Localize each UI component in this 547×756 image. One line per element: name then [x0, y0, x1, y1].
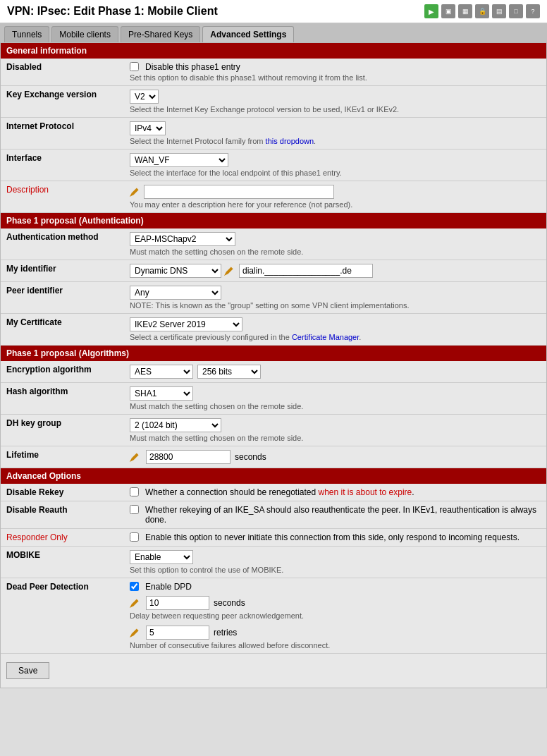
- tab-pre-shared-keys[interactable]: Pre-Shared Keys: [121, 26, 200, 42]
- interface-help: Select the interface for the local endpo…: [130, 169, 541, 177]
- dpd-retries-input[interactable]: [146, 626, 209, 640]
- my-certificate-value: IKEv2 Server 2019 Select a certificate p…: [124, 314, 546, 346]
- disabled-value: Disable this phase1 entry Set this optio…: [124, 59, 546, 86]
- dpd-retries-unit: retries: [214, 628, 237, 638]
- tab-advanced-settings[interactable]: Advanced Settings: [202, 26, 294, 42]
- responder-only-checkbox[interactable]: [130, 532, 139, 542]
- lifetime-label: Lifetime: [1, 446, 124, 468]
- peer-identifier-value: Any IP address Distinguished name NOTE: …: [124, 282, 546, 314]
- key-exchange-value: V2 V1 Select the Internet Key Exchange p…: [124, 86, 546, 118]
- mobike-row: MOBIKE Enable Disable Set this option to…: [1, 547, 546, 578]
- disabled-row: Disabled Disable this phase1 entry Set t…: [1, 59, 546, 86]
- grid-icon[interactable]: ▦: [458, 4, 472, 18]
- square-icon[interactable]: □: [509, 4, 523, 18]
- disable-rekey-help: Whether a connection should be renegotia…: [145, 487, 414, 497]
- save-button[interactable]: Save: [6, 662, 49, 679]
- dh-key-group-select[interactable]: 1 (768 bit) 2 (1024 bit) 5 (1536 bit) 14…: [130, 418, 221, 432]
- my-certificate-label: My Certificate: [1, 314, 124, 346]
- encryption-label: Encryption algorithm: [1, 361, 124, 383]
- my-identifier-row: My identifier Dynamic DNS My IP address …: [1, 260, 546, 282]
- peer-identifier-label: Peer identifier: [1, 282, 124, 314]
- my-certificate-help: Select a certificate previously configur…: [130, 333, 541, 341]
- peer-identifier-note: NOTE: This is known as the "group" setti…: [130, 301, 541, 310]
- save-button-row: Save: [1, 654, 546, 688]
- internet-protocol-select[interactable]: IPv4 IPv6: [130, 121, 166, 135]
- my-certificate-row: My Certificate IKEv2 Server 2019 Select …: [1, 314, 546, 346]
- responder-only-help: Enable this option to never initiate thi…: [145, 532, 520, 542]
- my-identifier-dns-input[interactable]: [239, 264, 373, 278]
- encryption-select[interactable]: AES 3DES Blowfish: [130, 365, 193, 379]
- encryption-row: Encryption algorithm AES 3DES Blowfish 1…: [1, 361, 546, 383]
- lifetime-unit: seconds: [235, 452, 266, 462]
- key-exchange-label: Key Exchange version: [1, 86, 124, 118]
- disable-reauth-checkbox[interactable]: [130, 505, 139, 514]
- dh-key-group-value: 1 (768 bit) 2 (1024 bit) 5 (1536 bit) 14…: [124, 415, 546, 446]
- dpd-delay-help: Delay between requesting peer acknowledg…: [130, 611, 541, 620]
- description-input[interactable]: [144, 185, 334, 199]
- hash-help: Must match the setting chosen on the rem…: [130, 402, 541, 410]
- general-table: Disabled Disable this phase1 entry Set t…: [1, 59, 546, 213]
- interface-select[interactable]: WAN_VF WAN LAN: [130, 153, 228, 167]
- my-identifier-edit-icon: [224, 266, 234, 276]
- dpd-retries-edit-icon: [130, 628, 140, 638]
- disable-reauth-help: Whether rekeying of an IKE_SA should als…: [145, 505, 541, 525]
- question-icon[interactable]: ?: [526, 4, 540, 18]
- advanced-options-table: Disable Rekey Whether a connection shoul…: [1, 484, 546, 654]
- my-identifier-type-select[interactable]: Dynamic DNS My IP address Distinguished …: [130, 264, 221, 278]
- encryption-bits-select[interactable]: 128 bits 192 bits 256 bits: [197, 365, 261, 379]
- internet-protocol-value: IPv4 IPv6 Select the Internet Protocol f…: [124, 118, 546, 150]
- grid2-icon[interactable]: ▤: [492, 4, 506, 18]
- description-help: You may enter a description here for you…: [130, 200, 541, 209]
- description-value: You may enter a description here for you…: [124, 181, 546, 213]
- hash-select[interactable]: SHA1 SHA256 MD5: [130, 386, 193, 401]
- lifetime-input[interactable]: [146, 450, 231, 464]
- dpd-delay-edit-icon: [130, 598, 140, 608]
- disable-rekey-checkbox[interactable]: [130, 487, 139, 496]
- my-certificate-select[interactable]: IKEv2 Server 2019: [130, 317, 242, 331]
- tab-mobile-clients[interactable]: Mobile clients: [51, 26, 118, 42]
- disable-reauth-label: Disable Reauth: [1, 501, 124, 529]
- monitor-icon[interactable]: ▣: [441, 4, 455, 18]
- phase1-algo-table: Encryption algorithm AES 3DES Blowfish 1…: [1, 361, 546, 468]
- lifetime-row: Lifetime seconds: [1, 446, 546, 468]
- mobike-help: Set this option to control the use of MO…: [130, 566, 541, 574]
- peer-identifier-select[interactable]: Any IP address Distinguished name: [130, 286, 221, 300]
- disable-rekey-label: Disable Rekey: [1, 484, 124, 501]
- disable-reauth-row: Disable Reauth Whether rekeying of an IK…: [1, 501, 546, 529]
- key-exchange-select[interactable]: V2 V1: [130, 90, 159, 104]
- enable-dpd-checkbox[interactable]: [130, 582, 139, 591]
- internet-protocol-help: Select the Internet Protocol family from…: [130, 137, 541, 145]
- lifetime-value: seconds: [124, 446, 546, 468]
- auth-method-help: Must match the setting chosen on the rem…: [130, 248, 541, 256]
- mobike-select[interactable]: Enable Disable: [130, 550, 193, 564]
- description-label: Description: [1, 181, 124, 213]
- auth-method-select[interactable]: EAP-MSChapv2 Mutual RSA Mutual PSK: [130, 232, 235, 246]
- my-identifier-value: Dynamic DNS My IP address Distinguished …: [124, 260, 546, 282]
- disabled-checkbox[interactable]: [130, 62, 139, 71]
- hash-value: SHA1 SHA256 MD5 Must match the setting c…: [124, 383, 546, 415]
- content: General information Disabled Disable thi…: [0, 42, 547, 688]
- tab-tunnels[interactable]: Tunnels: [4, 26, 49, 42]
- lock-icon[interactable]: 🔒: [475, 4, 489, 18]
- section-phase1-auth-header: Phase 1 proposal (Authentication): [1, 213, 546, 228]
- dpd-delay-input[interactable]: [146, 596, 209, 610]
- dead-peer-row: Dead Peer Detection Enable DPD seconds D…: [1, 578, 546, 654]
- mobike-label: MOBIKE: [1, 547, 124, 578]
- dpd-delay-unit: seconds: [214, 598, 245, 608]
- peer-identifier-row: Peer identifier Any IP address Distingui…: [1, 282, 546, 314]
- disabled-help: Set this option to disable this phase1 w…: [130, 73, 541, 82]
- dh-key-group-row: DH key group 1 (768 bit) 2 (1024 bit) 5 …: [1, 415, 546, 446]
- internet-protocol-row: Internet Protocol IPv4 IPv6 Select the I…: [1, 118, 546, 150]
- responder-only-label: Responder Only: [1, 529, 124, 547]
- section-advanced-header: Advanced Options: [1, 468, 546, 484]
- play-icon[interactable]: ▶: [424, 4, 438, 18]
- hash-label: Hash algorithm: [1, 383, 124, 415]
- page-header: VPN: IPsec: Edit Phase 1: Mobile Client …: [0, 0, 547, 23]
- page-title: VPN: IPsec: Edit Phase 1: Mobile Client: [7, 5, 218, 18]
- auth-method-label: Authentication method: [1, 228, 124, 260]
- disable-rekey-row: Disable Rekey Whether a connection shoul…: [1, 484, 546, 501]
- key-exchange-help: Select the Internet Key Exchange protoco…: [130, 105, 541, 114]
- header-icons: ▶ ▣ ▦ 🔒 ▤ □ ?: [424, 4, 540, 18]
- encryption-value: AES 3DES Blowfish 128 bits 192 bits 256 …: [124, 361, 546, 383]
- lifetime-edit-icon: [130, 452, 140, 462]
